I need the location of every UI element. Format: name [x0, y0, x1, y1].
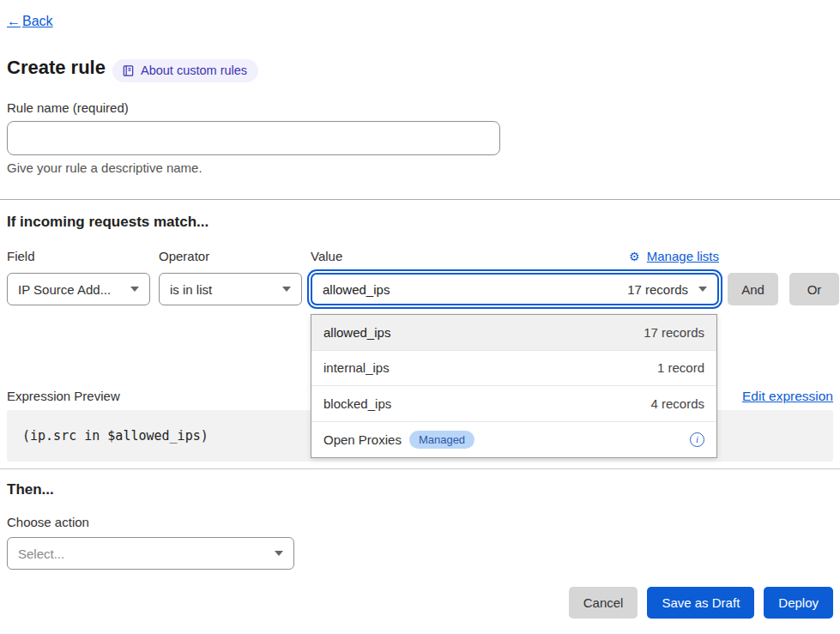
info-icon[interactable]: i [690, 432, 704, 447]
chevron-down-icon [275, 551, 283, 556]
list-item-name: Open Proxies [323, 432, 402, 447]
value-combobox[interactable]: allowed_ips 17 records [311, 273, 719, 305]
manage-lists-container: ⚙ Manage lists [311, 249, 719, 263]
chevron-down-icon [282, 287, 291, 292]
and-button[interactable]: And [728, 273, 778, 305]
rule-name-input[interactable] [7, 121, 500, 155]
list-item-name: blocked_ips [323, 396, 650, 411]
page-title: Create rule [7, 57, 106, 79]
back-link[interactable]: ←Back [7, 14, 53, 29]
list-dropdown-panel: allowed_ips 17 records internal_ips 1 re… [311, 314, 717, 458]
list-item-records: 17 records [644, 325, 704, 340]
field-select-value: IP Source Add... [18, 282, 124, 297]
back-label: Back [22, 14, 53, 29]
gear-icon: ⚙ [629, 250, 640, 263]
book-icon [122, 64, 135, 77]
action-select[interactable]: Select... [7, 537, 294, 570]
action-select-placeholder: Select... [18, 546, 268, 561]
list-item-blocked-ips[interactable]: blocked_ips 4 records [311, 386, 716, 422]
section-divider [0, 468, 840, 469]
match-section-heading: If incoming requests match... [7, 214, 208, 231]
about-custom-rules-label: About custom rules [141, 63, 247, 77]
then-section-heading: Then... [7, 481, 54, 498]
expression-preview-label: Expression Preview [7, 389, 120, 403]
cancel-button[interactable]: Cancel [569, 587, 638, 619]
value-combobox-text: allowed_ips [323, 282, 627, 297]
list-item-internal-ips[interactable]: internal_ips 1 record [311, 351, 716, 387]
operator-select-value: is in list [170, 282, 275, 297]
save-as-draft-button[interactable]: Save as Draft [647, 587, 754, 619]
list-item-name: allowed_ips [323, 325, 644, 340]
section-divider [0, 199, 840, 200]
chevron-down-icon [130, 287, 139, 292]
or-button[interactable]: Or [789, 273, 839, 305]
expression-code: (ip.src in $allowed_ips) [22, 428, 208, 444]
create-rule-page: ←Back Create rule About custom rules Rul… [0, 0, 840, 634]
deploy-button[interactable]: Deploy [764, 587, 833, 619]
about-custom-rules-badge[interactable]: About custom rules [112, 59, 258, 82]
operator-label: Operator [159, 249, 209, 263]
list-item-allowed-ips[interactable]: allowed_ips 17 records [311, 315, 716, 351]
list-item-records: 1 record [657, 360, 704, 375]
edit-expression-link[interactable]: Edit expression [742, 389, 833, 404]
list-item-name: internal_ips [323, 360, 657, 375]
back-arrow-icon: ← [7, 14, 21, 29]
operator-select[interactable]: is in list [159, 273, 302, 305]
chevron-down-icon[interactable] [698, 287, 707, 292]
managed-badge: Managed [409, 431, 474, 449]
field-label: Field [7, 249, 35, 263]
rule-name-label: Rule name (required) [7, 100, 129, 115]
field-select[interactable]: IP Source Add... [7, 273, 150, 305]
choose-action-label: Choose action [7, 515, 89, 529]
rule-name-helper-text: Give your rule a descriptive name. [7, 160, 202, 175]
value-combobox-records-count: 17 records [627, 282, 688, 297]
list-item-records: 4 records [650, 396, 704, 411]
list-item-open-proxies[interactable]: Open Proxies Managed i [311, 422, 716, 458]
footer-actions: Cancel Save as Draft Deploy [569, 587, 833, 619]
manage-lists-link[interactable]: Manage lists [647, 249, 719, 263]
